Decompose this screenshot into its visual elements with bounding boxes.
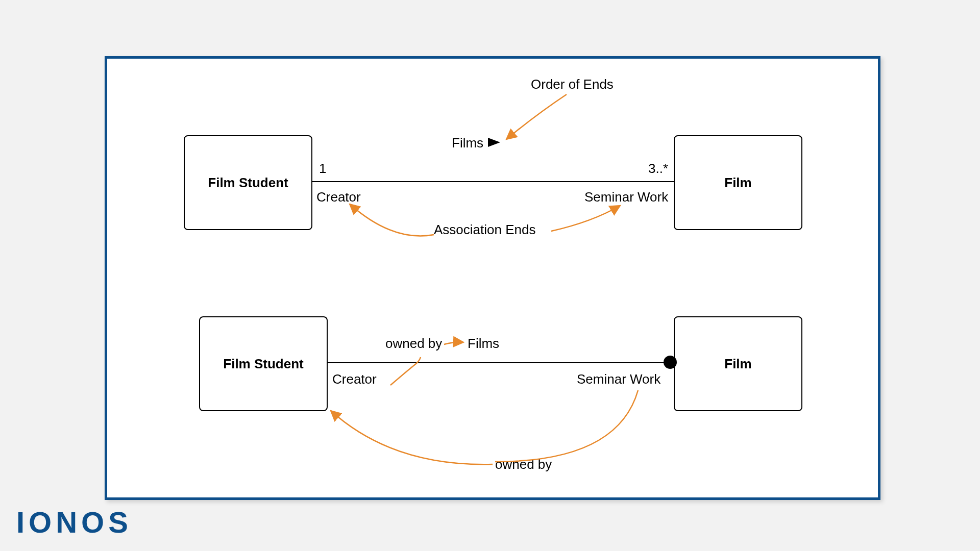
role-right-2: Seminar Work bbox=[577, 371, 660, 387]
svg-marker-0 bbox=[488, 138, 500, 147]
class-film-student-1: Film Student bbox=[184, 135, 312, 230]
owned-by-bottom: owned by bbox=[495, 457, 552, 472]
class-film-2: Film bbox=[674, 316, 802, 411]
class-label: Film bbox=[724, 356, 751, 372]
class-label: Film bbox=[724, 175, 751, 191]
class-label: Film Student bbox=[208, 175, 288, 191]
role-left-2: Creator bbox=[332, 371, 377, 387]
class-film-1: Film bbox=[674, 135, 802, 230]
note-association-ends: Association Ends bbox=[434, 222, 535, 238]
class-label: Film Student bbox=[223, 356, 303, 372]
class-film-student-2: Film Student bbox=[199, 316, 328, 411]
association-name-1: Films bbox=[452, 135, 483, 151]
owned-by-top: owned by bbox=[385, 336, 442, 352]
diagram-canvas: Film Student Film Films 1 3..* Creator S… bbox=[105, 56, 880, 500]
association-name-2: Films bbox=[468, 336, 499, 352]
direction-triangle-icon bbox=[488, 135, 503, 151]
annotation-arrows-2 bbox=[107, 59, 878, 497]
role-right-1: Seminar Work bbox=[584, 189, 668, 205]
association-line-1 bbox=[311, 181, 674, 182]
multiplicity-left-1: 1 bbox=[319, 161, 326, 177]
brand-logo: IONOS bbox=[16, 505, 132, 539]
role-left-1: Creator bbox=[316, 189, 361, 205]
note-order-of-ends: Order of Ends bbox=[531, 77, 614, 92]
multiplicity-right-1: 3..* bbox=[648, 161, 668, 177]
association-line-2 bbox=[327, 362, 674, 363]
